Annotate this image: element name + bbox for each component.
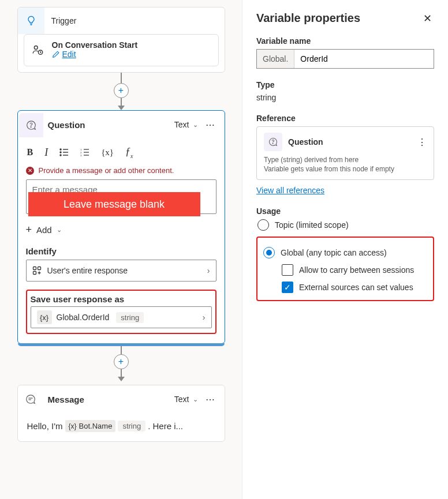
message-icon [18, 387, 43, 412]
pencil-icon [52, 50, 60, 58]
question-node[interactable]: Question Text ⌄ ⋯ B I 123 {x} [17, 110, 225, 344]
entity-icon [32, 266, 42, 275]
svg-point-4 [60, 152, 61, 153]
panel-title: Variable properties [256, 12, 360, 25]
more-menu-icon[interactable]: ⋮ [417, 137, 427, 148]
variable-button[interactable]: {x} [101, 148, 114, 157]
chevron-down-icon: ⌄ [193, 121, 198, 129]
question-title: Question [48, 120, 174, 130]
more-menu-icon[interactable]: ⋯ [204, 394, 218, 405]
formula-button[interactable]: ƒx [125, 146, 133, 159]
svg-rect-11 [33, 272, 36, 275]
variable-icon: {x} [37, 310, 52, 324]
svg-point-0 [34, 46, 38, 49]
variable-name-label: Variable name [256, 36, 434, 46]
add-node-button[interactable]: + [114, 354, 129, 369]
chevron-down-icon: ⌄ [193, 396, 198, 403]
view-all-references-link[interactable]: View all references [256, 186, 324, 195]
svg-point-3 [60, 149, 61, 150]
svg-point-2 [31, 127, 31, 127]
bold-button[interactable]: B [27, 147, 33, 157]
identify-picker[interactable]: User's entire response › [26, 260, 216, 282]
save-response-highlight: Save user response as {x} Global.OrderId… [26, 290, 216, 334]
usage-label: Usage [256, 207, 434, 216]
reference-title: Question [288, 137, 417, 147]
numbered-list-button[interactable]: 123 [80, 148, 89, 156]
close-panel-button[interactable]: ✕ [420, 12, 434, 25]
question-icon [264, 133, 282, 151]
validation-error: ✕ Provide a message or add other content… [26, 166, 216, 175]
svg-text:3: 3 [80, 154, 82, 156]
trigger-title: Trigger [51, 16, 77, 25]
external-sources-checkbox[interactable]: ✓ External sources can set values [282, 282, 427, 293]
message-node[interactable]: Message Text ⌄ ⋯ Hello, I'm {x} Bot.Name… [17, 385, 225, 442]
usage-topic-radio[interactable]: Topic (limited scope) [257, 219, 434, 231]
trigger-event-title: On Conversation Start [52, 40, 138, 50]
svg-rect-9 [33, 267, 36, 270]
message-input[interactable] [26, 179, 216, 214]
reference-card[interactable]: Question ⋮ Type (string) derived from he… [256, 126, 434, 180]
error-icon: ✕ [26, 167, 34, 175]
bullet-list-button[interactable] [59, 148, 69, 156]
type-chip: string [118, 421, 145, 432]
rich-text-toolbar: B I 123 {x} ƒx [26, 142, 216, 163]
output-type-dropdown[interactable]: Text ⌄ [174, 120, 198, 129]
chevron-right-icon: › [203, 313, 206, 322]
carry-sessions-checkbox[interactable]: Allow to carry between sessions [282, 264, 427, 276]
message-body[interactable]: Hello, I'm {x} Bot.Name string . Here i.… [18, 413, 225, 441]
question-icon [19, 113, 43, 137]
more-menu-icon[interactable]: ⋯ [204, 119, 218, 130]
connector: + [5, 73, 237, 110]
edit-trigger-link[interactable]: Edit [52, 50, 76, 59]
trigger-node[interactable]: Trigger On Conversation Start Edit [17, 7, 225, 73]
message-title: Message [48, 395, 174, 404]
chevron-down-icon: ⌄ [57, 226, 62, 234]
trigger-event-card[interactable]: On Conversation Start Edit [24, 34, 219, 66]
identify-label: Identify [26, 246, 216, 256]
variable-name-input-wrap: Global. [256, 49, 434, 69]
variable-properties-panel: Variable properties ✕ Variable name Glob… [242, 0, 448, 499]
radio-checked-icon [263, 247, 275, 258]
variable-picker[interactable]: {x} Global.OrderId string › [31, 306, 212, 328]
add-node-button[interactable]: + [114, 83, 129, 98]
chevron-right-icon: › [207, 266, 210, 275]
usage-global-radio[interactable]: Global (any topic can access) [263, 247, 427, 258]
radio-icon [257, 219, 269, 231]
variable-scope-prefix: Global. [257, 50, 294, 68]
checkbox-icon [282, 264, 293, 276]
italic-button[interactable]: I [44, 147, 48, 159]
conversation-start-icon [31, 44, 45, 57]
authoring-canvas: Trigger On Conversation Start Edit + [0, 0, 242, 499]
output-type-dropdown[interactable]: Text ⌄ [174, 395, 198, 404]
checkbox-checked-icon: ✓ [282, 282, 293, 293]
lightbulb-icon [18, 7, 44, 34]
variable-name-input[interactable] [294, 50, 434, 68]
type-value: string [256, 93, 434, 102]
reference-description: Type (string) derived from here Variable… [264, 156, 427, 174]
svg-point-5 [60, 155, 61, 156]
variable-chip[interactable]: {x} Bot.Name [65, 420, 116, 432]
type-label: Type [256, 80, 434, 89]
save-response-label: Save user response as [31, 294, 212, 304]
usage-global-highlight: Global (any topic can access) Allow to c… [256, 237, 434, 301]
add-content-button[interactable]: + Add ⌄ [26, 224, 216, 236]
type-chip: string [116, 312, 144, 323]
svg-point-12 [272, 143, 273, 144]
svg-rect-10 [38, 267, 40, 270]
variable-icon: {x} [69, 422, 77, 430]
reference-label: Reference [256, 114, 434, 123]
connector: + [5, 344, 237, 381]
